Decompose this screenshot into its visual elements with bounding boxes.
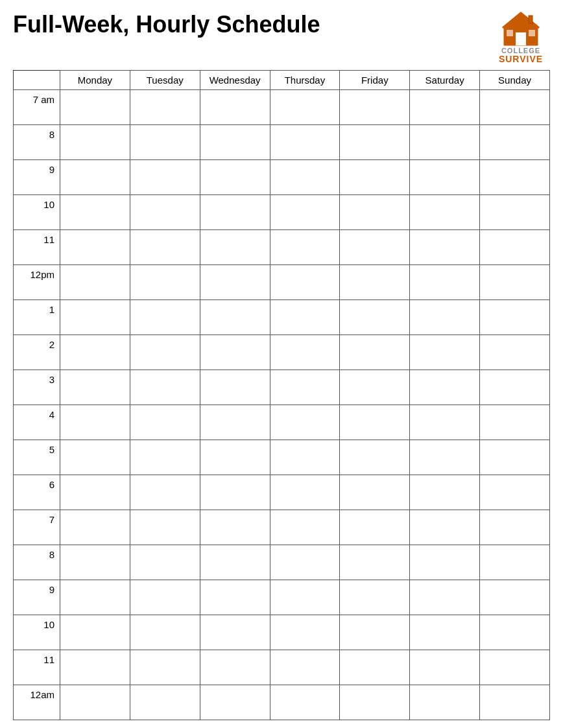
schedule-cell[interactable]	[60, 510, 130, 545]
schedule-cell[interactable]	[410, 230, 480, 265]
schedule-cell[interactable]	[270, 545, 340, 580]
schedule-cell[interactable]	[270, 405, 340, 440]
schedule-cell[interactable]	[60, 195, 130, 230]
schedule-cell[interactable]	[410, 335, 480, 370]
schedule-cell[interactable]	[480, 90, 550, 125]
schedule-cell[interactable]	[480, 335, 550, 370]
schedule-cell[interactable]	[340, 370, 410, 405]
schedule-cell[interactable]	[480, 160, 550, 195]
schedule-cell[interactable]	[480, 475, 550, 510]
schedule-cell[interactable]	[60, 300, 130, 335]
schedule-cell[interactable]	[60, 160, 130, 195]
schedule-cell[interactable]	[200, 335, 270, 370]
schedule-cell[interactable]	[60, 335, 130, 370]
schedule-cell[interactable]	[480, 265, 550, 300]
schedule-cell[interactable]	[270, 370, 340, 405]
schedule-cell[interactable]	[200, 125, 270, 160]
schedule-cell[interactable]	[340, 265, 410, 300]
schedule-cell[interactable]	[130, 615, 200, 650]
schedule-cell[interactable]	[340, 510, 410, 545]
schedule-cell[interactable]	[410, 125, 480, 160]
schedule-cell[interactable]	[200, 195, 270, 230]
schedule-cell[interactable]	[270, 615, 340, 650]
schedule-cell[interactable]	[60, 230, 130, 265]
schedule-cell[interactable]	[130, 510, 200, 545]
schedule-cell[interactable]	[480, 230, 550, 265]
schedule-cell[interactable]	[340, 405, 410, 440]
schedule-cell[interactable]	[200, 265, 270, 300]
schedule-cell[interactable]	[200, 370, 270, 405]
schedule-cell[interactable]	[270, 195, 340, 230]
schedule-cell[interactable]	[410, 440, 480, 475]
schedule-cell[interactable]	[410, 300, 480, 335]
schedule-cell[interactable]	[130, 475, 200, 510]
schedule-cell[interactable]	[130, 685, 200, 720]
schedule-cell[interactable]	[270, 265, 340, 300]
schedule-cell[interactable]	[410, 510, 480, 545]
schedule-cell[interactable]	[60, 475, 130, 510]
schedule-cell[interactable]	[130, 405, 200, 440]
schedule-cell[interactable]	[60, 440, 130, 475]
schedule-cell[interactable]	[200, 615, 270, 650]
schedule-cell[interactable]	[60, 685, 130, 720]
schedule-cell[interactable]	[340, 90, 410, 125]
schedule-cell[interactable]	[270, 510, 340, 545]
schedule-cell[interactable]	[340, 195, 410, 230]
schedule-cell[interactable]	[60, 615, 130, 650]
schedule-cell[interactable]	[480, 545, 550, 580]
schedule-cell[interactable]	[340, 440, 410, 475]
schedule-cell[interactable]	[340, 335, 410, 370]
schedule-cell[interactable]	[60, 650, 130, 685]
schedule-cell[interactable]	[130, 440, 200, 475]
schedule-cell[interactable]	[270, 335, 340, 370]
schedule-cell[interactable]	[410, 615, 480, 650]
schedule-cell[interactable]	[480, 300, 550, 335]
schedule-cell[interactable]	[60, 405, 130, 440]
schedule-cell[interactable]	[480, 510, 550, 545]
schedule-cell[interactable]	[200, 440, 270, 475]
schedule-cell[interactable]	[480, 370, 550, 405]
schedule-cell[interactable]	[200, 230, 270, 265]
schedule-cell[interactable]	[200, 90, 270, 125]
schedule-cell[interactable]	[60, 545, 130, 580]
schedule-cell[interactable]	[200, 545, 270, 580]
schedule-cell[interactable]	[480, 580, 550, 615]
schedule-cell[interactable]	[270, 685, 340, 720]
schedule-cell[interactable]	[200, 475, 270, 510]
schedule-cell[interactable]	[410, 160, 480, 195]
schedule-cell[interactable]	[270, 440, 340, 475]
schedule-cell[interactable]	[340, 650, 410, 685]
schedule-cell[interactable]	[200, 300, 270, 335]
schedule-cell[interactable]	[60, 580, 130, 615]
schedule-cell[interactable]	[340, 615, 410, 650]
schedule-cell[interactable]	[60, 90, 130, 125]
schedule-cell[interactable]	[480, 440, 550, 475]
schedule-cell[interactable]	[130, 230, 200, 265]
schedule-cell[interactable]	[200, 650, 270, 685]
schedule-cell[interactable]	[60, 265, 130, 300]
schedule-cell[interactable]	[340, 230, 410, 265]
schedule-cell[interactable]	[270, 90, 340, 125]
schedule-cell[interactable]	[270, 125, 340, 160]
schedule-cell[interactable]	[270, 475, 340, 510]
schedule-cell[interactable]	[410, 405, 480, 440]
schedule-cell[interactable]	[480, 615, 550, 650]
schedule-cell[interactable]	[270, 160, 340, 195]
schedule-cell[interactable]	[60, 125, 130, 160]
schedule-cell[interactable]	[270, 650, 340, 685]
schedule-cell[interactable]	[410, 685, 480, 720]
schedule-cell[interactable]	[340, 160, 410, 195]
schedule-cell[interactable]	[130, 160, 200, 195]
schedule-cell[interactable]	[410, 90, 480, 125]
schedule-cell[interactable]	[60, 370, 130, 405]
schedule-cell[interactable]	[410, 475, 480, 510]
schedule-cell[interactable]	[340, 475, 410, 510]
schedule-cell[interactable]	[410, 650, 480, 685]
schedule-cell[interactable]	[480, 650, 550, 685]
schedule-cell[interactable]	[340, 125, 410, 160]
schedule-cell[interactable]	[480, 685, 550, 720]
schedule-cell[interactable]	[130, 370, 200, 405]
schedule-cell[interactable]	[200, 580, 270, 615]
schedule-cell[interactable]	[200, 685, 270, 720]
schedule-cell[interactable]	[340, 545, 410, 580]
